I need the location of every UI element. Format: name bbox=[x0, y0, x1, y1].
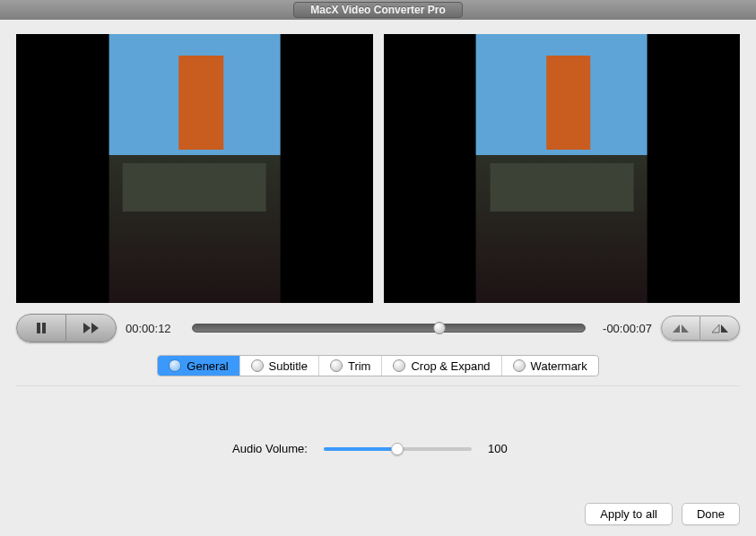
fast-forward-button[interactable] bbox=[66, 314, 117, 342]
flip-horizontal-icon bbox=[673, 323, 689, 333]
radio-icon bbox=[513, 359, 526, 372]
tab-label: Trim bbox=[348, 359, 371, 373]
tab-label: Crop & Expand bbox=[411, 359, 490, 373]
output-thumbnail bbox=[476, 34, 647, 303]
source-preview[interactable] bbox=[16, 34, 373, 303]
window-title: MacX Video Converter Pro bbox=[293, 2, 463, 18]
svg-marker-5 bbox=[682, 324, 689, 333]
preview-row bbox=[16, 34, 740, 303]
playback-buttons bbox=[16, 314, 117, 342]
tab-watermark[interactable]: Watermark bbox=[502, 356, 598, 376]
tab-crop-expand[interactable]: Crop & Expand bbox=[382, 356, 501, 376]
tab-row: General Subtitle Trim Crop & Expand Wate… bbox=[157, 355, 598, 376]
scrubber-knob[interactable] bbox=[433, 322, 446, 334]
audio-volume-knob[interactable] bbox=[391, 443, 404, 455]
tab-general[interactable]: General bbox=[158, 356, 239, 376]
transport-bar: 00:00:12 -00:00:07 bbox=[16, 314, 740, 342]
svg-rect-1 bbox=[42, 323, 46, 333]
radio-icon bbox=[330, 359, 343, 372]
fast-forward-icon bbox=[83, 322, 100, 334]
audio-volume-value: 100 bbox=[488, 442, 524, 455]
source-thumbnail bbox=[109, 34, 280, 303]
flip-horizontal-button[interactable] bbox=[661, 316, 700, 341]
svg-marker-3 bbox=[91, 323, 99, 333]
svg-rect-0 bbox=[37, 323, 40, 333]
remaining-time: -00:00:07 bbox=[595, 322, 652, 335]
tab-subtitle[interactable]: Subtitle bbox=[240, 356, 319, 376]
audio-volume-slider[interactable] bbox=[324, 447, 472, 451]
pause-button[interactable] bbox=[16, 314, 66, 342]
radio-icon bbox=[251, 359, 264, 372]
tab-label: General bbox=[187, 359, 228, 373]
svg-marker-2 bbox=[83, 323, 91, 333]
tab-trim[interactable]: Trim bbox=[319, 356, 383, 376]
flip-vertical-icon bbox=[712, 323, 728, 333]
pause-icon bbox=[35, 322, 48, 334]
svg-marker-6 bbox=[712, 324, 719, 333]
tab-label: Subtitle bbox=[269, 359, 308, 373]
tab-label: Watermark bbox=[531, 359, 587, 373]
svg-marker-4 bbox=[673, 324, 680, 333]
general-panel: Audio Volume: 100 bbox=[16, 385, 740, 511]
content-area: 00:00:12 -00:00:07 General Subtitle bbox=[0, 20, 756, 536]
radio-icon bbox=[169, 359, 181, 372]
tab-bar: General Subtitle Trim Crop & Expand Wate… bbox=[16, 355, 740, 376]
apply-to-all-button[interactable]: Apply to all bbox=[585, 503, 673, 525]
flip-vertical-button[interactable] bbox=[700, 316, 740, 341]
done-button[interactable]: Done bbox=[682, 503, 740, 525]
flip-buttons bbox=[661, 316, 740, 341]
footer-buttons: Apply to all Done bbox=[585, 503, 740, 525]
current-time: 00:00:12 bbox=[126, 322, 183, 335]
output-preview[interactable] bbox=[384, 34, 741, 303]
scrubber-track[interactable] bbox=[192, 324, 586, 333]
titlebar: MacX Video Converter Pro bbox=[0, 0, 756, 20]
audio-volume-label: Audio Volume: bbox=[232, 442, 308, 455]
audio-volume-fill bbox=[324, 447, 398, 451]
radio-icon bbox=[393, 359, 405, 372]
svg-marker-7 bbox=[721, 324, 728, 333]
